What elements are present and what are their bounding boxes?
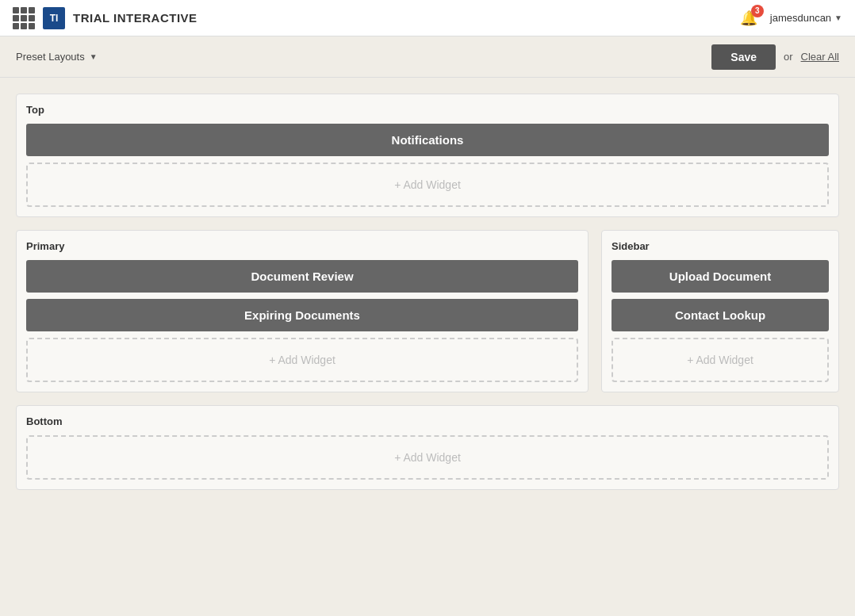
- primary-section-panel: Primary Document Review Expiring Documen…: [16, 230, 589, 392]
- notifications-widget-btn[interactable]: Notifications: [26, 124, 829, 156]
- top-section-label: Top: [26, 104, 829, 116]
- primary-sidebar-row: Primary Document Review Expiring Documen…: [16, 230, 839, 392]
- top-section-panel: Top Notifications + Add Widget: [16, 94, 839, 217]
- expiring-documents-widget-btn[interactable]: Expiring Documents: [26, 299, 578, 331]
- primary-add-widget-btn[interactable]: + Add Widget: [26, 338, 578, 382]
- header-left: TI TRIAL INTERACTIVE: [13, 7, 197, 29]
- bottom-section-label: Bottom: [26, 415, 829, 427]
- document-review-widget-btn[interactable]: Document Review: [26, 260, 578, 293]
- header-right: 🔔 3 jamesduncan ▼: [740, 10, 842, 27]
- preset-layouts-dropdown[interactable]: Preset Layouts ▼: [16, 51, 98, 63]
- or-text: or: [784, 51, 793, 63]
- main-content: Top Notifications + Add Widget Primary D…: [0, 78, 855, 506]
- sidebar-section-label: Sidebar: [612, 240, 829, 252]
- bottom-section-panel: Bottom + Add Widget: [16, 405, 839, 490]
- primary-section-label: Primary: [26, 240, 578, 252]
- preset-chevron-icon: ▼: [90, 52, 98, 61]
- preset-layouts-label: Preset Layouts: [16, 51, 85, 63]
- notifications-bell[interactable]: 🔔 3: [740, 10, 757, 27]
- upload-document-widget-btn[interactable]: Upload Document: [612, 260, 829, 293]
- notification-badge: 3: [751, 5, 764, 17]
- app-logo: TI: [43, 7, 65, 29]
- sidebar-add-widget-btn[interactable]: + Add Widget: [612, 338, 829, 382]
- user-name: jamesduncan: [770, 12, 831, 24]
- chevron-down-icon: ▼: [834, 13, 842, 22]
- app-title: TRIAL INTERACTIVE: [73, 11, 197, 25]
- bottom-add-widget-btn[interactable]: + Add Widget: [26, 435, 829, 480]
- save-button[interactable]: Save: [711, 44, 776, 70]
- clear-all-button[interactable]: Clear All: [801, 51, 839, 63]
- top-add-widget-btn[interactable]: + Add Widget: [26, 163, 829, 207]
- toolbar-right: Save or Clear All: [711, 44, 839, 70]
- sidebar-section-panel: Sidebar Upload Document Contact Lookup +…: [601, 230, 839, 392]
- contact-lookup-widget-btn[interactable]: Contact Lookup: [612, 299, 829, 331]
- app-header: TI TRIAL INTERACTIVE 🔔 3 jamesduncan ▼: [0, 0, 855, 36]
- user-menu[interactable]: jamesduncan ▼: [770, 12, 842, 24]
- toolbar: Preset Layouts ▼ Save or Clear All: [0, 36, 855, 78]
- grid-menu-icon[interactable]: [13, 7, 35, 29]
